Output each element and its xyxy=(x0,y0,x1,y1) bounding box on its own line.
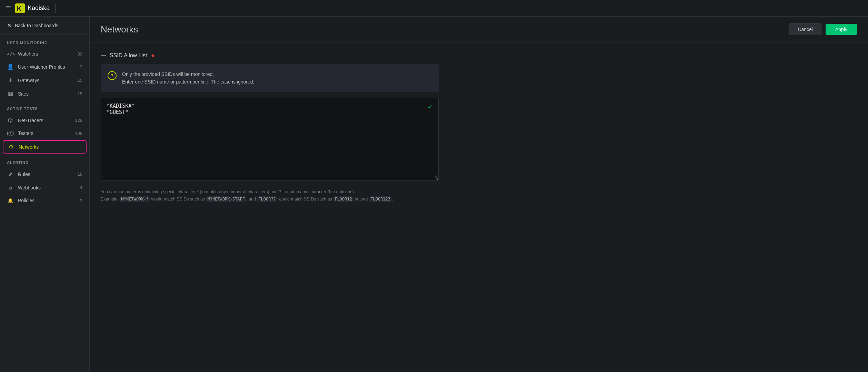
info-box: ? Only the provided SSIDs will be monito… xyxy=(101,64,439,92)
back-to-dashboards[interactable]: ✕ Back to Dashboards xyxy=(0,17,89,35)
sidebar-item-sites[interactable]: ▦ Sites 15 xyxy=(0,87,89,100)
help-pattern1: MYNETWORK-* xyxy=(120,196,150,202)
help-end: . xyxy=(392,197,393,202)
sidebar-item-rules[interactable]: ⬈ Rules 18 xyxy=(0,167,89,181)
logo: K Kadiska xyxy=(15,3,50,13)
sidebar-label-watchers: Watchers xyxy=(18,51,72,57)
user-icon: 👤 xyxy=(7,63,14,70)
bell-icon: 🔔 xyxy=(7,198,14,203)
sidebar-item-policies[interactable]: 🔔 Policies 2 xyxy=(0,194,89,207)
topbar: ☰ K Kadiska xyxy=(0,0,868,17)
code-icon: </> xyxy=(7,51,14,57)
sidebar-item-watchers[interactable]: </> Watchers 30 xyxy=(0,48,89,60)
menu-icon[interactable]: ☰ xyxy=(6,4,11,12)
nettracers-icon: ⌬ xyxy=(7,117,14,124)
page-title: Networks xyxy=(101,24,138,35)
sidebar-badge-profiles: 3 xyxy=(80,64,82,69)
sidebar: ✕ Back to Dashboards User Monitoring </>… xyxy=(0,17,90,372)
help-text: You can use patterns containing special … xyxy=(101,188,439,203)
question-icon: ? xyxy=(111,73,113,78)
sidebar-label-profiles: User-Watcher Profiles xyxy=(18,64,74,70)
checkmark-icon: ✓ xyxy=(427,102,433,111)
main-layout: ✕ Back to Dashboards User Monitoring </>… xyxy=(0,17,868,372)
topbar-divider xyxy=(55,3,56,13)
sidebar-label-gateways: Gateways xyxy=(18,78,72,83)
sidebar-label-net-tracers: Net-Tracers xyxy=(18,118,69,123)
sidebar-item-webhooks[interactable]: ⌀ Webhooks 4 xyxy=(0,181,89,194)
cancel-button[interactable]: Cancel xyxy=(789,23,821,35)
content-header: Networks Cancel Apply xyxy=(90,17,868,42)
sidebar-label-networks: Networks xyxy=(19,144,82,150)
sidebar-badge-net-tracers: 129 xyxy=(75,118,82,123)
sidebar-badge-watchers: 30 xyxy=(78,51,82,57)
webhooks-icon: ⌀ xyxy=(7,184,14,191)
help-mid4: but not xyxy=(353,197,369,202)
sidebar-item-user-watcher-profiles[interactable]: 👤 User-Watcher Profiles 3 xyxy=(0,60,89,74)
back-label: Back to Dashboards xyxy=(15,23,58,28)
ssid-section-header: SSID Allow List ★ xyxy=(101,52,857,59)
sidebar-item-gateways[interactable]: ✳ Gateways 15 xyxy=(0,74,89,87)
sidebar-badge-sites: 15 xyxy=(78,91,82,96)
help-match1: MYNETWORK-STAFF xyxy=(206,196,246,202)
ssid-section-title: SSID Allow List xyxy=(110,52,147,59)
sidebar-badge-gateways: 15 xyxy=(78,78,82,83)
gateway-icon: ✳ xyxy=(7,77,14,84)
sidebar-label-sites: Sites xyxy=(18,91,72,97)
sidebar-badge-testers: 108 xyxy=(75,131,82,136)
sidebar-item-testers[interactable]: ((•)) Testers 108 xyxy=(0,127,89,139)
help-nomatch: FLOOR123 xyxy=(369,196,392,202)
sidebar-badge-rules: 18 xyxy=(78,172,82,177)
help-mid3: would match SSIDs such as xyxy=(277,197,333,202)
app-name: Kadiska xyxy=(28,4,50,12)
header-actions: Cancel Apply xyxy=(789,23,857,35)
help-pattern2: FLOOR?? xyxy=(257,196,277,202)
ssid-textarea[interactable]: *KADISKA* *GUEST* xyxy=(101,98,439,180)
section-active-tests: Active Tests xyxy=(0,100,89,114)
networks-icon: ⚙ xyxy=(8,144,14,150)
testers-icon: ((•)) xyxy=(7,131,14,136)
info-text: Only the provided SSIDs will be monitore… xyxy=(122,70,254,86)
section-alerting: Alerting xyxy=(0,154,89,167)
sidebar-label-rules: Rules xyxy=(18,172,72,177)
kadiska-logo-icon: K xyxy=(15,3,25,13)
info-line1: Only the provided SSIDs will be monitore… xyxy=(122,70,254,78)
sidebar-badge-policies: 2 xyxy=(80,198,82,203)
sidebar-label-testers: Testers xyxy=(18,130,69,136)
content-area: Networks Cancel Apply SSID Allow List ★ … xyxy=(90,17,868,372)
svg-text:K: K xyxy=(17,5,21,12)
ssid-textarea-container: *KADISKA* *GUEST* ✓ // xyxy=(101,98,439,182)
sidebar-item-networks[interactable]: ⚙ Networks xyxy=(3,140,87,154)
section-dash xyxy=(101,55,106,56)
required-indicator: ★ xyxy=(150,52,155,59)
info-line2: Enter one SSID name or pattern per line.… xyxy=(122,78,254,86)
sidebar-label-policies: Policies xyxy=(18,198,74,203)
sidebar-label-webhooks: Webhooks xyxy=(18,185,74,190)
sites-icon: ▦ xyxy=(7,90,14,97)
help-mid2: , and xyxy=(246,197,257,202)
sidebar-badge-webhooks: 4 xyxy=(80,185,82,190)
resize-handle-icon: // xyxy=(435,175,437,180)
section-user-monitoring: User Monitoring xyxy=(0,35,89,48)
help-main: You can use patterns containing special … xyxy=(101,189,355,194)
rules-icon: ⬈ xyxy=(7,171,14,177)
sidebar-item-net-tracers[interactable]: ⌬ Net-Tracers 129 xyxy=(0,114,89,127)
help-example-prefix: Example: xyxy=(101,197,120,202)
help-mid1: would match SSIDs such as xyxy=(150,197,206,202)
close-icon: ✕ xyxy=(7,22,11,29)
apply-button[interactable]: Apply xyxy=(826,24,857,35)
help-match2: FLOOR12 xyxy=(333,196,353,202)
content-body: SSID Allow List ★ ? Only the provided SS… xyxy=(90,42,868,372)
